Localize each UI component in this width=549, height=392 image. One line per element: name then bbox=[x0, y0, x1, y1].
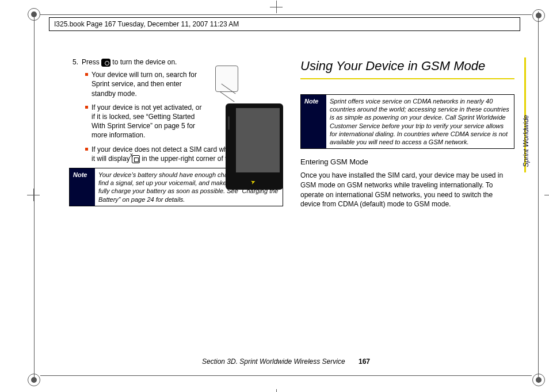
frame-line bbox=[538, 11, 539, 383]
running-header: I325.book Page 167 Tuesday, December 11,… bbox=[49, 17, 520, 31]
frame-line bbox=[34, 11, 35, 383]
right-column: Using Your Device in GSM Mode Note Sprin… bbox=[300, 57, 514, 335]
note-body: Sprint offers voice service on CDMA netw… bbox=[326, 95, 514, 149]
footer-section: Section 3D. Sprint Worldwide Wireless Se… bbox=[202, 358, 345, 366]
step-text-b: to turn the device on. bbox=[112, 58, 177, 66]
section-heading: Using Your Device in GSM Mode bbox=[300, 57, 514, 75]
device-illustration bbox=[213, 57, 288, 201]
note-label: Note bbox=[70, 168, 95, 206]
bullet-text: If your device is not yet activated, or … bbox=[92, 103, 203, 140]
bullet-text: Your device will turn on, search for Spr… bbox=[92, 70, 203, 98]
section-rule bbox=[300, 78, 514, 79]
step-number: 5. bbox=[69, 57, 78, 67]
frame-line bbox=[40, 14, 532, 15]
note-box: Note Sprint offers voice service on CDMA… bbox=[300, 94, 514, 149]
left-column: 5. Press to turn the device on. Your dev… bbox=[69, 57, 283, 335]
no-sim-icon bbox=[132, 155, 140, 163]
footer-page-number: 167 bbox=[359, 358, 370, 366]
frame-line bbox=[40, 375, 532, 376]
bullet-marker-icon bbox=[85, 148, 88, 151]
power-button-icon bbox=[101, 59, 110, 67]
note-label: Note bbox=[301, 95, 326, 149]
bullet-marker-icon bbox=[85, 73, 88, 76]
page-body: 5. Press to turn the device on. Your dev… bbox=[69, 57, 514, 358]
side-tab-label: Sprint Worldwide bbox=[522, 115, 530, 167]
sprint-logo-icon bbox=[251, 177, 258, 184]
sub-heading: Entering GSM Mode bbox=[300, 157, 514, 167]
bullet-marker-icon bbox=[85, 106, 88, 109]
crop-mark-icon bbox=[532, 9, 545, 22]
crop-mark-icon bbox=[532, 374, 545, 386]
paragraph: Once you have installed the SIM card, yo… bbox=[300, 171, 514, 209]
device-body-icon bbox=[226, 103, 283, 190]
page-footer: Section 3D. Sprint Worldwide Wireless Se… bbox=[69, 358, 503, 366]
step-text-a: Press bbox=[82, 58, 101, 66]
side-tab: Sprint Worldwide bbox=[514, 57, 526, 172]
callout-arrow-icon bbox=[220, 86, 239, 106]
